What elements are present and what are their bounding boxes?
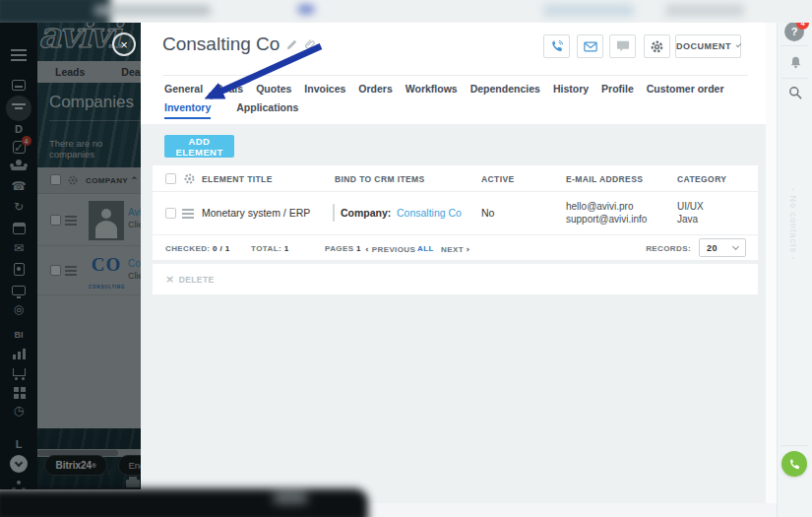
chat-bubble-icon (616, 40, 630, 53)
tab-quotes[interactable]: Quotes (256, 83, 291, 95)
checked-counter: CHECKED: 0 / 1 (165, 244, 230, 253)
start-call-button[interactable] (781, 451, 807, 477)
pages-counter: PAGES 1 (325, 244, 361, 253)
next-page-link[interactable]: NEXT › (441, 244, 470, 254)
records-label: RECORDS: (646, 244, 691, 253)
envelope-icon (584, 41, 597, 52)
column-bind-to-crm[interactable]: BIND TO CRM ITEMS (335, 174, 425, 184)
tab-workflows[interactable]: Workflows (406, 83, 458, 95)
gear-icon (650, 39, 664, 54)
delete-x-icon: × (165, 273, 175, 286)
blur-fragment (665, 4, 744, 17)
divider (333, 204, 335, 222)
chat-button[interactable] (609, 34, 636, 58)
blur-fragment (274, 492, 307, 503)
active-value: No (481, 207, 494, 219)
close-slider-button[interactable]: × (112, 32, 136, 56)
screen: D ✓4 ☎ ↻ ✉ ◎ BI ◷ L avivi Leads D (0, 0, 812, 517)
email-button[interactable] (577, 34, 603, 58)
tab-dependencies[interactable]: Dependencies (470, 83, 540, 95)
modal-dim-overlay (0, 14, 141, 489)
records-per-page-select[interactable]: 20 (699, 238, 746, 257)
tab-profile[interactable]: Profile (601, 83, 634, 95)
bind-company-link[interactable]: Consalting Co (397, 207, 462, 219)
background-app: D ✓4 ☎ ↻ ✉ ◎ BI ◷ L avivi Leads D (0, 14, 141, 489)
panel-header: Consalting Co (141, 14, 766, 124)
divider (781, 445, 808, 446)
blur-fragment (298, 5, 314, 14)
column-element-title[interactable]: ELEMENT TITLE (202, 174, 273, 184)
no-contacts-vertical-label: - No contacts - (788, 188, 798, 261)
chevron-down-icon (732, 242, 739, 249)
search-icon (788, 86, 802, 99)
divider (162, 75, 748, 76)
tab-deals[interactable]: Deals (216, 83, 243, 95)
pagination-bar: CHECKED: 0 / 1 TOTAL: 1 PAGES 1 ‹ PREVIO… (153, 234, 758, 260)
phone-icon (550, 39, 564, 53)
row-checkbox[interactable] (165, 208, 176, 219)
tab-customer-order[interactable]: Customer order (647, 83, 724, 95)
bulk-actions-bar: × DELETE (153, 264, 758, 294)
grid-settings-gear-icon[interactable] (183, 172, 196, 185)
chevron-right-icon: › (467, 244, 470, 254)
tab-history[interactable]: History (553, 83, 589, 95)
tab-inventory[interactable]: Inventory (164, 101, 211, 119)
document-button[interactable]: DOCUMENT (675, 34, 741, 58)
chevron-down-icon (736, 42, 742, 48)
add-element-button[interactable]: ADD ELEMENT (164, 135, 234, 158)
tab-bar-row2: Inventory Applications (164, 101, 298, 119)
row-menu-icon[interactable] (182, 209, 194, 211)
column-category[interactable]: CATEGORY (677, 174, 726, 184)
call-button[interactable] (543, 34, 570, 58)
column-active[interactable]: ACTIVE (481, 174, 515, 184)
company-slider-panel: Consalting Co (141, 14, 766, 503)
tab-invoices[interactable]: Invoices (304, 83, 345, 95)
previous-page-link[interactable]: ‹ PREVIOUS (365, 244, 415, 254)
grid-data-row: Monetary system / ERP Company: Consaltin… (153, 192, 758, 234)
divider (781, 45, 808, 46)
right-rail: ? 4 - No contacts - (777, 0, 812, 517)
tab-applications[interactable]: Applications (236, 101, 298, 119)
tab-bar-row1: General Deals Quotes Invoices Orders Wor… (164, 83, 724, 95)
email-values: hello@avivi.prosupport@avivi.info (566, 200, 647, 226)
chevron-left-icon: ‹ (365, 244, 369, 254)
settings-button[interactable] (644, 34, 670, 58)
inventory-grid: ELEMENT TITLE BIND TO CRM ITEMS ACTIVE E… (153, 165, 758, 260)
page-edge-strip (766, 14, 777, 503)
bell-icon (788, 55, 803, 70)
tab-general[interactable]: General (164, 83, 203, 95)
phone-receiver-icon (788, 458, 801, 471)
edit-title-pencil-icon[interactable] (286, 39, 297, 50)
blurred-bottom-edge (0, 488, 368, 517)
column-email[interactable]: E-MAIL ADDRESS (566, 174, 643, 184)
copy-link-icon[interactable] (304, 38, 316, 50)
blur-fragment (94, 5, 211, 16)
page-title: Consalting Co (162, 33, 280, 55)
delete-button[interactable]: × DELETE (165, 273, 215, 286)
bind-company-label: Company: (341, 207, 391, 219)
all-pages-link[interactable]: ALL (417, 244, 434, 253)
blur-fragment (543, 4, 634, 17)
select-all-checkbox[interactable] (165, 173, 176, 184)
element-title: Monetary system / ERP (202, 207, 310, 219)
category-values: UI/UXJava (677, 200, 704, 226)
panel-body: ADD ELEMENT ELEMENT TITLE BIND TO CRM IT… (141, 124, 766, 503)
grid-header-row: ELEMENT TITLE BIND TO CRM ITEMS ACTIVE E… (153, 165, 758, 192)
divider (781, 78, 808, 79)
blurred-top-edge (0, 0, 812, 23)
notifications-bell-button[interactable] (778, 55, 812, 70)
search-button[interactable] (778, 86, 812, 99)
tab-orders[interactable]: Orders (358, 83, 392, 95)
total-counter: TOTAL: 1 (251, 244, 288, 253)
